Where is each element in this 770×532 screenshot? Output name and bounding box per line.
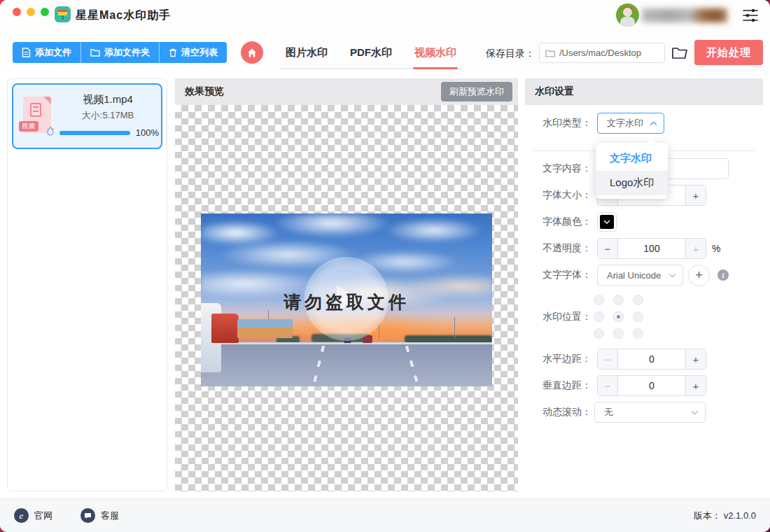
scroll-value: 无 <box>604 406 613 419</box>
app-window: 星星Mac水印助手 添加文件 <box>0 0 770 532</box>
preview-title: 效果预览 <box>185 85 224 98</box>
add-file-label: 添加文件 <box>35 46 71 59</box>
progress-bar <box>59 131 130 135</box>
clear-list-button[interactable]: 清空列表 <box>160 42 227 63</box>
minimize-window-button[interactable] <box>27 8 35 16</box>
position-radio-middle-left[interactable] <box>594 312 604 322</box>
browse-folder-button[interactable] <box>669 43 690 62</box>
position-radio-top-center[interactable] <box>613 295 624 305</box>
opacity-stepper: − + <box>597 238 706 259</box>
opacity-input[interactable] <box>618 239 685 258</box>
highway-road <box>201 344 492 387</box>
dropdown-option-logo-watermark[interactable]: Logo水印 <box>596 171 668 195</box>
opacity-label: 不透明度： <box>525 242 592 255</box>
file-list-panel: 视频 视频1.mp4 大小:5.17MB 100% <box>7 78 167 491</box>
video-preview-frame[interactable]: 请勿盗取文件 <box>201 214 492 386</box>
tab-pdf-watermark[interactable]: PDF水印 <box>349 43 393 68</box>
truck-cargo <box>237 319 293 338</box>
position-row: 水印位置： <box>525 307 592 328</box>
file-name: 视频1.mp4 <box>57 93 159 106</box>
position-radio-center[interactable] <box>613 312 624 322</box>
scroll-label: 动态滚动： <box>525 406 592 419</box>
h-margin-input[interactable] <box>618 349 685 369</box>
video-file-icon: 视频 <box>22 97 54 137</box>
v-margin-increase-button[interactable]: + <box>685 376 706 396</box>
user-avatar[interactable] <box>616 4 639 27</box>
file-list-item[interactable]: 视频 视频1.mp4 大小:5.17MB 100% <box>12 83 162 149</box>
font-size-increase-button[interactable]: + <box>685 186 706 205</box>
customer-support-link[interactable]: 客服 <box>80 508 119 523</box>
v-margin-decrease-button[interactable]: − <box>598 376 618 396</box>
watermark-type-label: 水印类型： <box>525 117 592 130</box>
traffic-lights <box>13 8 49 16</box>
font-color-row: 字体颜色： <box>525 211 617 232</box>
h-margin-row: 水平边距： − + <box>525 349 706 370</box>
watermark-tabs: 图片水印 PDF水印 视频水印 <box>280 43 462 69</box>
video-badge: 视频 <box>19 121 38 132</box>
position-radio-bottom-center[interactable] <box>613 328 624 339</box>
h-margin-decrease-button[interactable]: − <box>598 349 618 369</box>
watermark-drop-icon <box>46 126 55 136</box>
add-folder-label: 添加文件夹 <box>104 46 150 59</box>
position-label: 水印位置： <box>525 311 592 323</box>
h-margin-label: 水平边距： <box>525 353 592 365</box>
save-dir-input[interactable] <box>559 48 657 58</box>
official-website-link[interactable]: e 官网 <box>14 508 52 523</box>
watermark-preview-text: 请勿盗取文件 <box>201 290 492 314</box>
refresh-preview-button[interactable]: 刷新预览水印 <box>441 82 512 102</box>
font-family-label: 文字字体： <box>525 269 592 281</box>
file-size: 大小:5.17MB <box>57 109 159 122</box>
progress-percent: 100% <box>136 127 159 138</box>
chevron-up-icon <box>650 121 657 126</box>
position-radio-middle-right[interactable] <box>633 312 643 322</box>
scroll-select[interactable]: 无 <box>594 402 706 423</box>
font-family-value: Arial Unicode <box>607 270 661 281</box>
chevron-down-icon <box>668 273 676 278</box>
watermark-position-grid <box>594 295 643 339</box>
info-icon[interactable]: i <box>718 270 729 281</box>
folder-open-icon <box>671 46 688 60</box>
opacity-decrease-button[interactable]: − <box>598 239 618 258</box>
preview-header: 效果预览 刷新预览水印 <box>175 78 518 105</box>
opacity-unit: % <box>712 243 720 254</box>
position-radio-top-right[interactable] <box>633 295 643 305</box>
trash-icon <box>169 48 177 57</box>
folder-small-icon <box>545 49 555 57</box>
website-label: 官网 <box>34 510 52 522</box>
settings-sliders-icon[interactable] <box>742 8 759 23</box>
position-radio-top-left[interactable] <box>594 295 604 305</box>
clear-list-label: 清空列表 <box>181 46 218 59</box>
add-folder-button[interactable]: 添加文件夹 <box>81 42 160 63</box>
font-family-row: 文字字体： Arial Unicode + i <box>525 265 729 286</box>
font-size-label: 字体大小： <box>525 189 592 202</box>
start-processing-button[interactable]: 开始处理 <box>694 40 763 65</box>
v-margin-input[interactable] <box>618 376 685 396</box>
tab-image-watermark[interactable]: 图片水印 <box>284 43 329 68</box>
version-text: 版本： v2.1.0.0 <box>694 510 756 522</box>
file-actions-group: 添加文件 添加文件夹 清空列表 <box>13 42 227 63</box>
support-label: 客服 <box>101 510 119 522</box>
h-margin-stepper: − + <box>597 349 706 370</box>
h-margin-increase-button[interactable]: + <box>685 349 706 369</box>
zoom-window-button[interactable] <box>41 8 49 16</box>
close-window-button[interactable] <box>13 8 21 16</box>
watermark-type-select[interactable]: 文字水印 <box>597 113 664 134</box>
toolbar: 添加文件 添加文件夹 清空列表 图片水印 PDF水印 视 <box>0 31 770 71</box>
font-family-select[interactable]: Arial Unicode <box>597 265 683 286</box>
footer-bar: e 官网 客服 版本： v2.1.0.0 <box>0 498 770 532</box>
opacity-increase-button[interactable]: + <box>685 239 706 258</box>
dropdown-option-text-watermark[interactable]: 文字水印 <box>596 146 668 171</box>
file-icon <box>22 48 31 57</box>
font-color-picker[interactable] <box>597 212 617 232</box>
tab-video-watermark[interactable]: 视频水印 <box>413 43 458 68</box>
position-radio-bottom-left[interactable] <box>594 328 604 339</box>
add-font-button[interactable]: + <box>688 265 710 286</box>
red-truck-cab <box>211 314 239 343</box>
save-dir-field[interactable] <box>539 43 665 63</box>
chat-bubble-icon <box>80 508 95 523</box>
v-margin-label: 垂直边距： <box>525 379 592 392</box>
home-button[interactable] <box>241 41 263 64</box>
add-file-button[interactable]: 添加文件 <box>13 42 81 63</box>
font-color-label: 字体颜色： <box>525 216 592 228</box>
position-radio-bottom-right[interactable] <box>633 328 643 339</box>
